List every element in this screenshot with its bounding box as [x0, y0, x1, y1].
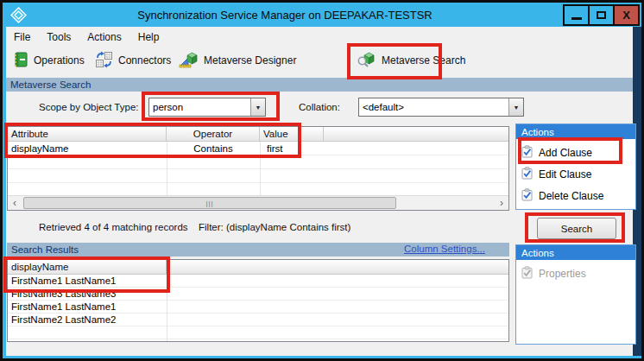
- grid-column-divider: [167, 142, 167, 195]
- toolbar-button-label: Connectors: [118, 54, 171, 66]
- chevron-down-icon[interactable]: ▼: [250, 98, 265, 116]
- result-row[interactable]: FirstName1 LastName1: [8, 275, 508, 288]
- empty-row: [8, 169, 508, 183]
- add-clause-button[interactable]: Add Clause: [521, 145, 630, 161]
- scrollbar-thumb[interactable]: |||: [23, 197, 396, 209]
- clause-operator-cell: Contains: [167, 142, 260, 155]
- menu-bar: File Tools Actions Help: [6, 28, 633, 46]
- scrollbar-track[interactable]: |||: [22, 196, 495, 210]
- result-cell: FirstName1 LastName1: [8, 301, 167, 313]
- connectors-icon: [95, 51, 113, 71]
- properties-button[interactable]: Properties: [521, 266, 630, 282]
- results-grid: displayName FirstName1 LastName1 FirstNa…: [7, 259, 509, 342]
- grid-column-divider: [167, 275, 167, 341]
- close-icon: X: [622, 9, 630, 22]
- scroll-left-icon[interactable]: ‹: [8, 196, 22, 210]
- window-title: Synchronization Service Manager on DEEPA…: [28, 9, 541, 22]
- scroll-right-icon[interactable]: ›: [495, 196, 508, 210]
- properties-icon: [521, 266, 534, 282]
- empty-row: [8, 326, 508, 339]
- column-header-filler: [324, 127, 508, 141]
- action-label: Edit Clause: [539, 168, 591, 180]
- result-actions-panel: Actions Properties: [515, 244, 636, 345]
- grid-column-divider: [260, 142, 261, 195]
- collation-label: Collation:: [299, 102, 340, 112]
- metaverse-search-section-header: Metaverse Search: [6, 78, 633, 92]
- chevron-down-icon[interactable]: ▼: [508, 98, 523, 116]
- result-cell: FirstName2 LastName2: [8, 314, 167, 326]
- scope-object-type-select[interactable]: person ▼: [148, 98, 266, 117]
- metaverse-search-icon: [357, 51, 376, 71]
- results-grid-header: displayName: [8, 260, 508, 275]
- scope-selected-value: person: [149, 102, 250, 112]
- collation-select[interactable]: <default> ▼: [358, 98, 524, 117]
- actions-panel-header: Actions: [516, 124, 635, 139]
- result-cell: FirstName3 LastName3: [8, 288, 167, 300]
- section-title: Search Results: [11, 244, 79, 255]
- actions-panel-header: Actions: [516, 245, 635, 260]
- search-button[interactable]: Search: [537, 218, 616, 239]
- clipboard-check-icon: [521, 167, 534, 182]
- horizontal-scrollbar[interactable]: ‹ ||| ›: [8, 195, 508, 210]
- clause-grid-header: Attribute Operator Value: [8, 127, 508, 142]
- clause-row[interactable]: displayName Contains first: [8, 142, 508, 155]
- column-settings-link[interactable]: Column Settings...: [404, 244, 485, 254]
- scope-label: Scope by Object Type:: [39, 102, 139, 112]
- column-header-operator[interactable]: Operator: [167, 127, 260, 141]
- search-results-section-header: Search Results Column Settings...: [7, 243, 509, 256]
- title-bar[interactable]: Synchronization Service Manager on DEEPA…: [3, 3, 641, 27]
- operations-icon: [12, 51, 28, 71]
- action-label: Delete Clause: [539, 190, 603, 202]
- toolbar-button-label: Operations: [34, 54, 85, 66]
- toolbar-button-metaverse-search[interactable]: Metaverse Search: [353, 46, 469, 75]
- toolbar-button-label: Metaverse Designer: [204, 54, 296, 66]
- column-header-displayname[interactable]: displayName: [8, 260, 167, 274]
- empty-row: [8, 339, 508, 342]
- empty-row: [8, 155, 508, 169]
- minimize-icon: [571, 17, 582, 20]
- metaverse-designer-icon: [179, 51, 199, 71]
- section-title: Metaverse Search: [10, 79, 91, 90]
- maximize-icon: [597, 11, 606, 19]
- close-button[interactable]: X: [613, 4, 640, 26]
- action-label: Properties: [539, 268, 586, 280]
- column-header-filler: [167, 260, 508, 274]
- result-row[interactable]: FirstName1 LastName1: [8, 301, 508, 314]
- minimize-button[interactable]: [563, 4, 590, 26]
- clause-value-cell: first: [260, 142, 324, 155]
- collation-selected-value: <default>: [359, 102, 508, 112]
- toolbar-button-metaverse-designer[interactable]: Metaverse Designer: [175, 46, 300, 75]
- action-label: Add Clause: [539, 147, 592, 159]
- menu-file[interactable]: File: [14, 31, 30, 43]
- column-header-attribute[interactable]: Attribute: [8, 127, 167, 141]
- menu-tools[interactable]: Tools: [47, 31, 71, 43]
- column-header-value[interactable]: Value: [260, 127, 324, 141]
- toolbar-button-operations[interactable]: Operations: [9, 46, 88, 75]
- menu-actions[interactable]: Actions: [87, 31, 121, 43]
- app-window: Synchronization Service Manager on DEEPA…: [0, 0, 644, 361]
- app-diamond-icon: [10, 7, 27, 27]
- clipboard-check-icon: [521, 188, 534, 204]
- maximize-button[interactable]: [588, 4, 615, 26]
- result-row[interactable]: FirstName2 LastName2: [8, 314, 508, 326]
- clause-attribute-cell: displayName: [8, 142, 167, 155]
- result-cell: FirstName1 LastName1: [8, 275, 167, 287]
- clause-grid: Attribute Operator Value displayName Con…: [7, 126, 509, 211]
- clipboard-check-icon: [521, 145, 534, 161]
- records-status: Retrieved 4 of 4 matching records: [39, 222, 188, 232]
- result-row[interactable]: FirstName3 LastName3: [8, 288, 508, 301]
- menu-help[interactable]: Help: [138, 31, 160, 43]
- edit-clause-button[interactable]: Edit Clause: [521, 167, 630, 182]
- toolbar-button-connectors[interactable]: Connectors: [92, 46, 174, 75]
- toolbar-button-label: Metaverse Search: [382, 54, 465, 66]
- clause-actions-panel: Actions Add Clause: [515, 124, 636, 210]
- filter-status: Filter: (displayName Contains first): [199, 222, 350, 232]
- delete-clause-button[interactable]: Delete Clause: [521, 188, 630, 204]
